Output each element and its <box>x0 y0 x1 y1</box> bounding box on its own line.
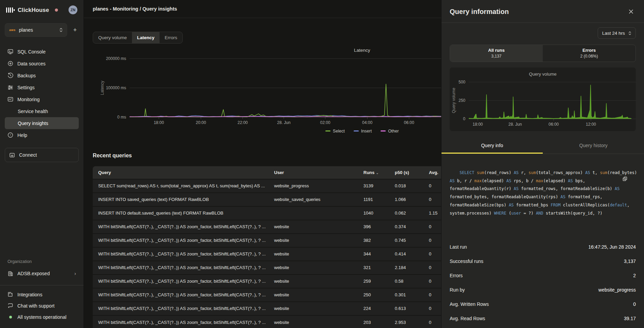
sidebar-item-label: Service health <box>18 109 48 114</box>
legend-other[interactable]: Other <box>380 129 399 134</box>
system-status[interactable]: All systems operational <box>5 311 79 323</box>
status-label: All systems operational <box>17 314 66 320</box>
tab-query-volume[interactable]: Query volume <box>93 32 132 43</box>
cell-user: website <box>270 220 359 234</box>
tab-query-history[interactable]: Query history <box>543 139 644 154</box>
table-row[interactable]: WITH bitShiftLeft(CAST(?..), _CAST(?..))… <box>93 234 441 247</box>
service-selector[interactable]: aws planes <box>5 23 67 37</box>
organization-heading: Organization <box>5 259 79 267</box>
svg-text:02:00: 02:00 <box>320 120 330 125</box>
sidebar-item-label: Data sources <box>17 61 45 66</box>
column-query[interactable]: Query <box>93 166 270 179</box>
table-row[interactable]: WITH bitShiftLeft(CAST(?..), _CAST(?..))… <box>93 220 441 234</box>
cell-p50: 0.018 <box>391 179 425 193</box>
tab-all-runs[interactable]: All runs 3,137 <box>450 45 543 62</box>
sidebar-item-label: Backups <box>17 73 36 78</box>
sql-code: SELECT sum(read_rows) AS r, sum(total_ro… <box>450 170 637 216</box>
sidebar-item-backups[interactable]: Backups <box>5 69 79 81</box>
column-p50[interactable]: p50 (s) <box>391 166 425 179</box>
table-row[interactable]: WITH bitShiftLeft(CAST(?..), _CAST(?..))… <box>93 302 441 315</box>
table-row[interactable]: WITH bitShiftLeft(CAST(?..), _CAST(?..))… <box>93 288 441 302</box>
sidebar-item-query-insights[interactable]: Query insights <box>5 117 79 129</box>
svg-text:Query volume: Query volume <box>451 88 456 113</box>
table-row[interactable]: WITH bitShiftLeft(CAST(?..), _CAST(?..))… <box>93 275 441 288</box>
cell-runs: 1040 <box>359 206 391 220</box>
chevron-right-icon: › <box>74 271 76 276</box>
cell-runs: 382 <box>359 234 391 247</box>
stat-row: Successful runs3,137 <box>450 254 636 268</box>
cell-avg: 0 <box>425 275 441 288</box>
stat-row: Last run16:47:25, Jun 28 2024 <box>450 240 636 254</box>
svg-text:06:00: 06:00 <box>404 120 414 125</box>
cell-user: website <box>270 261 359 275</box>
time-range-select[interactable]: Last 24 hrs <box>598 27 636 39</box>
sidebar-item-chat-support[interactable]: Chat with support <box>5 300 79 311</box>
cell-query: WITH bitShiftLeft(CAST(?..), _CAST(?..))… <box>93 261 270 275</box>
stat-row: Avg. Written Rows0 <box>450 297 636 311</box>
cell-query: SELECT sum(read_rows) AS r, sum(total_ro… <box>93 179 270 193</box>
add-service-button[interactable]: + <box>71 27 79 34</box>
tab-errors[interactable]: Errors <box>160 32 182 43</box>
svg-text:?: ? <box>10 134 11 137</box>
close-icon[interactable] <box>626 7 636 16</box>
latency-chart: Latency 0 ms100000 ms200000 ms18:0020:00… <box>93 46 441 135</box>
table-row[interactable]: INSERT INTO saved_queries (text) FORMAT … <box>93 193 441 206</box>
cell-runs: 250 <box>359 288 391 302</box>
sidebar-item-label: Query insights <box>18 121 48 126</box>
connect-icon <box>9 152 15 158</box>
stat-value: 16:47:25, Jun 28 2024 <box>588 244 636 250</box>
sidebar-item-help[interactable]: ? Help <box>5 129 79 141</box>
legend-select[interactable]: Select <box>325 129 345 134</box>
cell-user: website <box>270 234 359 247</box>
chevron-updown-icon <box>628 31 631 35</box>
stat-row: Errors2 <box>450 268 636 283</box>
tab-errors-summary[interactable]: Errors 2 (0.06%) <box>543 45 635 62</box>
terminal-icon <box>8 49 13 54</box>
insert-swatch-icon <box>354 130 359 131</box>
sidebar-item-data-sources[interactable]: Data sources <box>5 58 79 69</box>
table-row[interactable]: INSERT INTO default.saved_queries (text)… <box>93 206 441 220</box>
page-title: planes - Monitoring / Query insights <box>93 6 177 12</box>
connect-button[interactable]: Connect <box>5 148 79 162</box>
stat-label: Successful runs <box>450 259 483 264</box>
table-row[interactable]: WITH bitShiftLeft(CAST(?..), _CAST(?..))… <box>93 247 441 261</box>
svg-text:0 ms: 0 ms <box>117 115 126 120</box>
cell-user: website <box>270 315 359 328</box>
stat-value: 39.17 <box>624 316 636 321</box>
panel-info-tabs: Query info Query history <box>441 139 644 154</box>
sidebar-item-service-health[interactable]: Service health <box>5 105 79 117</box>
stat-value: 2 <box>633 273 636 278</box>
cell-avg: 1.15 <box>425 206 441 220</box>
sidebar-divider <box>0 285 84 285</box>
table-row[interactable]: SELECT sum(read_rows) AS r, sum(total_ro… <box>93 179 441 193</box>
table-row[interactable]: WITH bitShiftLeft(CAST(?..), _CAST(?..))… <box>93 261 441 275</box>
stat-row: Avg. Memory Usage9.35 MiB <box>450 326 636 328</box>
legend-insert[interactable]: Insert <box>354 129 372 134</box>
stat-value: 0 <box>633 301 636 307</box>
clickhouse-logo-icon <box>6 7 15 13</box>
query-volume-chart-svg: 025050018:0028. Jun06:0012:00Query volum… <box>450 78 636 129</box>
select-swatch-icon <box>325 130 330 131</box>
table-row[interactable]: WITH bitShiftLeft(CAST(?..), _CAST(?..))… <box>93 315 441 328</box>
organization-item[interactable]: ADSB.exposed › <box>5 267 79 280</box>
panel-header: Query information <box>441 0 644 23</box>
column-avg[interactable]: Avg. <box>425 166 441 179</box>
avatar[interactable]: ZN <box>69 5 77 14</box>
tab-query-info[interactable]: Query info <box>441 139 543 154</box>
svg-text:28. Jun: 28. Jun <box>508 122 522 127</box>
sidebar-item-monitoring[interactable]: Monitoring <box>5 93 79 105</box>
sidebar-item-integrations[interactable]: Integrations <box>5 289 79 300</box>
svg-text:18:00: 18:00 <box>473 122 483 127</box>
stat-label: Avg. Read Rows <box>450 316 485 321</box>
cell-avg: 0 <box>425 302 441 315</box>
sql-query-block: SELECT sum(read_rows) AS r, sum(total_ro… <box>441 154 644 236</box>
data-sources-icon <box>8 61 13 66</box>
svg-text:04:00: 04:00 <box>362 120 372 125</box>
sidebar-item-settings[interactable]: Settings <box>5 81 79 93</box>
copy-icon[interactable] <box>623 160 637 197</box>
column-runs[interactable]: Runs⌄ <box>359 166 391 179</box>
sidebar-item-sql-console[interactable]: SQL Console <box>5 46 79 58</box>
column-user[interactable]: User <box>270 166 359 179</box>
tab-latency[interactable]: Latency <box>132 32 160 43</box>
query-volume-card: Query volume 025050018:0028. Jun06:0012:… <box>450 67 636 131</box>
